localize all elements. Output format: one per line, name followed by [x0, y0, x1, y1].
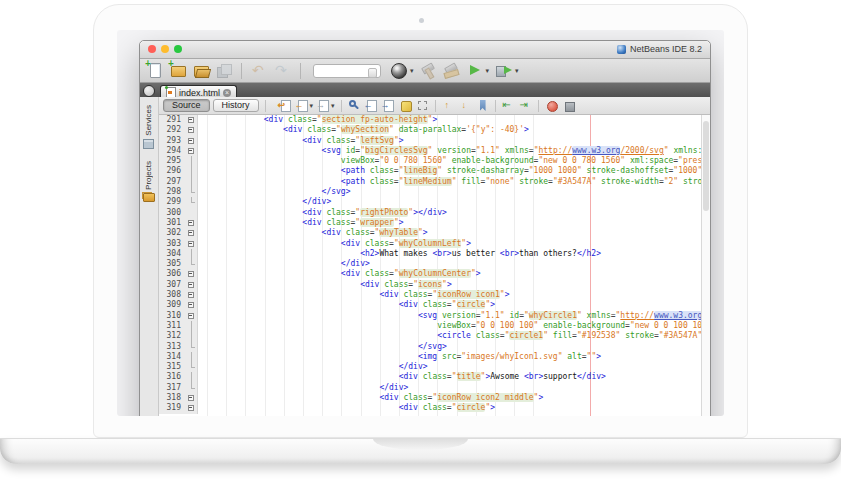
- find-selection-icon[interactable]: [347, 98, 362, 113]
- projects-icon: [143, 193, 155, 202]
- build-project-icon[interactable]: [419, 61, 438, 80]
- source-button[interactable]: Source: [163, 99, 210, 112]
- find-previous-occurrence-icon[interactable]: [364, 98, 379, 113]
- fold-guide: [185, 197, 198, 207]
- back-icon[interactable]: [295, 98, 310, 113]
- toolbar-separator: [341, 100, 342, 112]
- back-dropdown-caret[interactable]: ▾: [310, 102, 314, 110]
- tab-close-icon[interactable]: ×: [223, 89, 231, 97]
- sidebar-item-projects[interactable]: Projects: [140, 161, 157, 202]
- forward-icon[interactable]: [316, 98, 331, 113]
- toolbar-separator: [241, 63, 242, 79]
- configuration-combo-icon[interactable]: [313, 64, 381, 78]
- fold-toggle-icon[interactable]: [185, 239, 198, 249]
- toggle-bookmark-icon[interactable]: [475, 98, 490, 113]
- line-number: 317: [159, 383, 185, 393]
- next-bookmark-icon[interactable]: [458, 98, 473, 113]
- zoom-window-button[interactable]: [174, 45, 182, 53]
- code-line: 316 <div class="title">Awsome <br>suppor…: [159, 372, 710, 382]
- services-icon: [143, 139, 154, 149]
- fold-toggle-icon[interactable]: [185, 290, 198, 300]
- code-line: 315 </div>: [159, 362, 710, 372]
- code-line: 306 <div class="whyColumnCenter">: [159, 269, 710, 279]
- line-number: 316: [159, 372, 185, 382]
- previous-bookmark-icon[interactable]: [441, 98, 456, 113]
- redo-icon[interactable]: [273, 61, 292, 80]
- start-macro-recording-icon[interactable]: [544, 98, 559, 113]
- fold-toggle-icon[interactable]: [185, 311, 198, 321]
- fold-toggle-icon[interactable]: [185, 115, 198, 125]
- code-line: 304 <h2>What makes <br>us better <br>tha…: [159, 249, 710, 259]
- code-line: 307 <div class="icons">: [159, 280, 710, 290]
- toolbar-separator: [495, 100, 496, 112]
- save-all-icon[interactable]: [214, 61, 233, 80]
- run-project-icon[interactable]: [465, 61, 484, 80]
- toggle-rectangular-selection-icon[interactable]: [415, 98, 430, 113]
- netbeans-window: NetBeans IDE 8.2 ▾▾▾ index.html ×: [139, 40, 711, 416]
- new-file-icon[interactable]: [145, 61, 164, 80]
- shift-line-right-icon[interactable]: [518, 98, 533, 113]
- scrollbar-thumb[interactable]: [703, 121, 709, 211]
- close-window-button[interactable]: [148, 45, 156, 53]
- code-text: <div class="whyTable">: [198, 228, 710, 238]
- editor-column: Source History ▾▾ 291 <div class="sectio…: [159, 97, 710, 416]
- fold-toggle-icon[interactable]: [185, 300, 198, 310]
- debug-project-icon[interactable]: [494, 61, 513, 80]
- code-line: 305 </div>: [159, 259, 710, 269]
- line-number: 298: [159, 187, 185, 197]
- code-text: <svg version="1.1" id="whyCircle1" xmlns…: [198, 311, 710, 321]
- code-text: <path class="lineBig" stroke-dasharray="…: [198, 166, 710, 176]
- code-text: <div class="circle">: [198, 300, 710, 310]
- editor-scrollbar[interactable]: [701, 115, 710, 416]
- code-line: 294 <svg id="bigCirclesSvg" version="1.1…: [159, 146, 710, 156]
- fold-guide: [185, 259, 198, 269]
- code-text: <div class="leftSvg">: [198, 136, 710, 146]
- code-line: 302 <div class="whyTable">: [159, 228, 710, 238]
- forward-dropdown-caret[interactable]: ▾: [331, 102, 335, 110]
- undo-icon[interactable]: [250, 61, 269, 80]
- fold-guide: [185, 208, 198, 218]
- last-edit-position-icon[interactable]: [278, 98, 293, 113]
- find-next-occurrence-icon[interactable]: [381, 98, 396, 113]
- lid-notch: [373, 439, 468, 450]
- editor-toolbar: Source History ▾▾: [159, 97, 710, 115]
- fold-toggle-icon[interactable]: [185, 393, 198, 403]
- fold-toggle-icon[interactable]: [185, 403, 198, 413]
- fold-guide: [185, 352, 198, 362]
- fold-guide: [185, 342, 198, 352]
- fold-guide: [185, 383, 198, 393]
- sidebar-item-services[interactable]: Services: [140, 105, 157, 149]
- fold-toggle-icon[interactable]: [185, 218, 198, 228]
- toggle-highlight-search-icon[interactable]: [398, 98, 413, 113]
- code-line: 297 <path class="lineMedium" fill="none"…: [159, 177, 710, 187]
- code-line: 299 </div>: [159, 197, 710, 207]
- code-text: <div class="iconRow icon2 middle">: [198, 393, 710, 403]
- left-dock: Services Projects: [140, 97, 159, 416]
- fold-toggle-icon[interactable]: [185, 228, 198, 238]
- ide-globe-dropdown-caret[interactable]: ▾: [410, 67, 414, 75]
- ide-globe-icon[interactable]: [389, 61, 408, 80]
- run-project-dropdown-caret[interactable]: ▾: [486, 67, 490, 75]
- debug-project-dropdown-caret[interactable]: ▾: [515, 67, 519, 75]
- fold-toggle-icon[interactable]: [185, 146, 198, 156]
- clean-and-build-project-icon[interactable]: [442, 61, 461, 80]
- line-number: 308: [159, 290, 185, 300]
- code-line: 311 viewBox="0 0 100 100" enable-backgro…: [159, 321, 710, 331]
- fold-toggle-icon[interactable]: [185, 125, 198, 135]
- code-editor[interactable]: 291 <div class="section fp-auto-height">…: [159, 115, 710, 416]
- tab-scroll-button[interactable]: [143, 85, 155, 97]
- code-text: <circle class="circle1" fill="#192538" s…: [198, 331, 710, 341]
- minimize-window-button[interactable]: [161, 45, 169, 53]
- fold-guide: [185, 321, 198, 331]
- fold-toggle-icon[interactable]: [185, 136, 198, 146]
- stop-macro-recording-icon[interactable]: [561, 98, 576, 113]
- fold-toggle-icon[interactable]: [185, 269, 198, 279]
- code-line: 314 <img src="images/whyIcon1.svg" alt="…: [159, 352, 710, 362]
- line-number: 301: [159, 218, 185, 228]
- code-line: 295 viewBox="0 0 780 1560" enable-backgr…: [159, 156, 710, 166]
- new-project-icon[interactable]: [168, 61, 187, 80]
- shift-line-left-icon[interactable]: [501, 98, 516, 113]
- fold-toggle-icon[interactable]: [185, 280, 198, 290]
- open-project-icon[interactable]: [191, 61, 210, 80]
- history-button[interactable]: History: [213, 99, 259, 112]
